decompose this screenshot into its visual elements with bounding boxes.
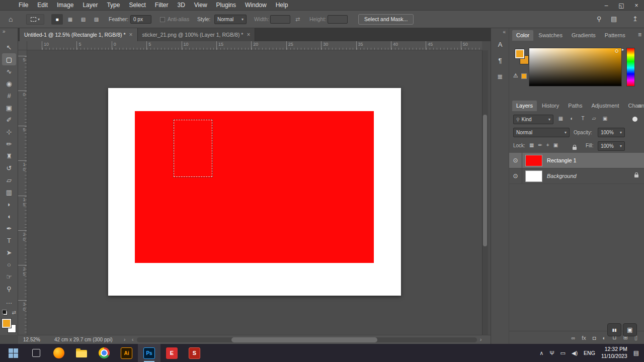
menu-item[interactable]: Window — [240, 0, 271, 11]
layer-name[interactable]: Background — [547, 173, 577, 179]
style-select[interactable]: Normal ▾ — [214, 15, 247, 24]
microphone-icon[interactable]: Ψ — [549, 350, 554, 356]
panel-menu-icon[interactable]: ≡ — [638, 31, 641, 38]
switch-colors-icon[interactable]: ⇄ — [12, 310, 16, 315]
paragraph-panel-icon[interactable]: ¶ — [495, 55, 506, 65]
home-icon[interactable]: ⌂ — [9, 11, 13, 28]
frame-tool[interactable]: ▣ — [2, 102, 16, 114]
horizontal-ruler[interactable]: 10505101520253035404550 — [27, 41, 482, 50]
foreground-color-swatch[interactable] — [2, 319, 11, 328]
blend-mode-select[interactable]: Normal ▾ — [513, 128, 570, 137]
height-input[interactable] — [328, 15, 348, 24]
start-button[interactable] — [2, 344, 25, 362]
feather-input[interactable]: 0 px — [130, 15, 151, 24]
eraser-tool[interactable]: ▱ — [2, 174, 16, 186]
search-icon[interactable]: ⚲ — [597, 11, 602, 28]
dock-collapse-icon[interactable]: « — [503, 29, 506, 35]
document-tab[interactable]: Untitled-1 @ 12.5% (Rectangle 1, RGB/8) … — [20, 28, 138, 41]
restore-button[interactable]: ◱ — [614, 0, 629, 11]
vertical-ruler[interactable]: 5051015202530 — [18, 50, 27, 335]
status-flyout-icon[interactable]: › — [124, 335, 125, 344]
color-cursor[interactable] — [615, 49, 618, 53]
illustrator-taskbar-button[interactable]: Ai — [115, 344, 138, 362]
brush-tool[interactable]: ✏ — [2, 138, 16, 150]
menu-item[interactable]: Layer — [78, 0, 102, 11]
image-overlay-button[interactable]: ▣ — [623, 323, 637, 336]
lock-artboard-icon[interactable]: ▣ — [553, 142, 558, 148]
photoshop-taskbar-button[interactable]: Ps — [138, 344, 160, 362]
panel-tab[interactable]: Patterns — [601, 30, 629, 41]
firefox-taskbar-button[interactable] — [47, 344, 70, 362]
filter-pixel-layers-icon[interactable]: ▦ — [557, 116, 564, 121]
hidden-icons-chevron[interactable]: ∧ — [539, 350, 543, 356]
gamut-warning-icon[interactable]: ⚠ — [513, 72, 518, 79]
menu-item[interactable]: Select — [124, 0, 150, 11]
layer-effects-icon[interactable]: fx — [582, 335, 586, 341]
web-safe-color-chip[interactable] — [521, 73, 527, 79]
zoom-tool[interactable]: ⚲ — [2, 283, 16, 295]
s-app-taskbar-button[interactable]: S — [183, 344, 206, 362]
display-icon[interactable]: ▭ — [560, 350, 566, 356]
scroll-right-icon[interactable]: › — [480, 335, 481, 344]
hand-tool[interactable]: ☞ — [2, 270, 16, 283]
minimize-button[interactable]: – — [599, 0, 614, 11]
tool-preset-dropdown[interactable]: ▾ — [26, 14, 44, 25]
tab-close-icon[interactable]: × — [247, 31, 250, 38]
subtract-selection-mode[interactable]: ▧ — [77, 14, 89, 25]
horizontal-scrollbar-thumb[interactable] — [231, 337, 377, 342]
lock-transparency-icon[interactable]: ▦ — [529, 142, 534, 148]
layer-row[interactable]: ⊙ Rectangle 1 — [509, 153, 644, 168]
width-input[interactable] — [270, 15, 290, 24]
menu-item[interactable]: Edit — [33, 0, 52, 11]
lock-paint-icon[interactable]: ✏ — [538, 142, 542, 148]
volume-icon[interactable]: ◀) — [572, 350, 578, 356]
layer-row[interactable]: ⊙ Background — [509, 168, 644, 184]
menu-item[interactable]: View — [190, 0, 212, 11]
hue-marker-icon[interactable]: ▸ — [622, 47, 624, 52]
link-layers-icon[interactable]: ∞ — [571, 335, 575, 341]
move-tool[interactable]: ↖ — [2, 41, 16, 53]
task-view-button[interactable] — [25, 344, 47, 362]
panel-tab[interactable]: Color — [512, 30, 533, 41]
dodge-tool[interactable]: ◖ — [2, 210, 16, 222]
ellipse-tool[interactable]: ○ — [2, 258, 16, 270]
clone-stamp-tool[interactable]: ♜ — [2, 150, 16, 162]
action-center-icon[interactable]: ▤ — [633, 349, 639, 356]
red-app-taskbar-button[interactable]: E — [160, 344, 183, 362]
layer-thumbnail[interactable] — [525, 170, 542, 182]
character-panel-icon[interactable]: A — [495, 39, 506, 49]
chrome-taskbar-button[interactable] — [93, 344, 115, 362]
filter-toggle[interactable] — [632, 117, 637, 122]
language-indicator[interactable]: ENG — [584, 350, 595, 356]
antialias-checkbox[interactable] — [160, 17, 165, 22]
saturation-brightness-field[interactable] — [529, 48, 622, 86]
blur-tool[interactable]: ◗ — [2, 198, 16, 210]
filter-type-layers-icon[interactable]: T — [580, 116, 586, 121]
panel-tab[interactable]: Layers — [512, 101, 537, 111]
type-tool[interactable]: T — [2, 234, 16, 246]
menu-item[interactable]: Type — [102, 0, 124, 11]
select-and-mask-button[interactable]: Select and Mask... — [358, 14, 414, 25]
opacity-select[interactable]: 100% ▾ — [598, 128, 625, 137]
workspace-icon[interactable]: ▤ — [611, 11, 617, 28]
lock-position-icon[interactable]: + — [546, 142, 549, 148]
filter-smart-objects-icon[interactable]: ▣ — [602, 116, 608, 121]
menu-item[interactable]: Help — [271, 0, 293, 11]
menu-item[interactable]: Filter — [150, 0, 173, 11]
panel-tab[interactable]: Gradients — [568, 30, 600, 41]
layer-visibility-icon[interactable]: ⊙ — [509, 168, 522, 184]
scroll-left-icon[interactable]: ‹ — [132, 335, 133, 344]
menu-item[interactable]: File — [14, 0, 33, 11]
panel-tab[interactable]: Paths — [564, 101, 586, 111]
file-explorer-taskbar-button[interactable] — [70, 344, 93, 362]
panel-menu-icon[interactable]: ≡ — [638, 103, 641, 110]
layer-mask-icon[interactable]: ◘ — [593, 335, 596, 341]
marquee-selection[interactable] — [174, 120, 212, 177]
rectangular-marquee-tool[interactable]: ▢ — [2, 53, 16, 65]
zoom-level-field[interactable]: 12.52% — [23, 335, 40, 344]
eyedropper-tool[interactable]: ✐ — [2, 114, 16, 126]
quick-selection-tool[interactable]: ◉ — [2, 77, 16, 89]
spot-healing-brush-tool[interactable]: ⊹ — [2, 126, 16, 138]
filter-shape-layers-icon[interactable]: ▱ — [591, 116, 597, 121]
panel-tab[interactable]: History — [538, 101, 563, 111]
